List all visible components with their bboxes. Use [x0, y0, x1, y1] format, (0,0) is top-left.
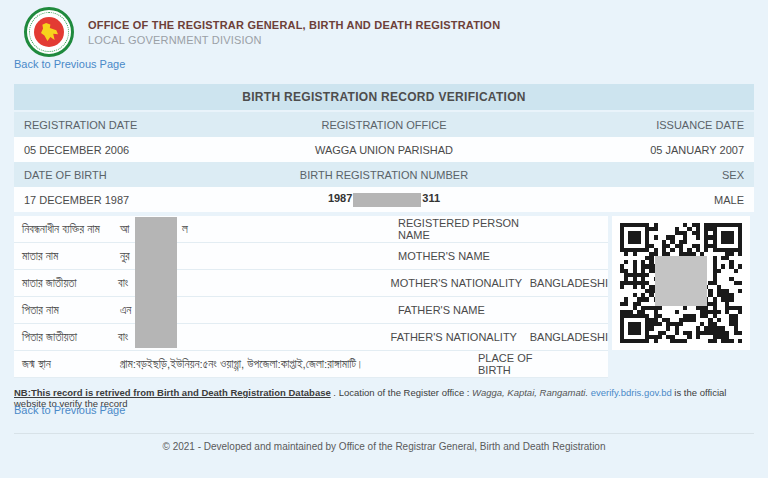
summary-header-row-1: REGISTRATION DATE REGISTRATION OFFICE IS… [14, 112, 754, 137]
back-to-previous-link-top[interactable]: Back to Previous Page [14, 58, 125, 70]
bn-value-prefix: এন [120, 304, 131, 316]
note-mid-text: . Location of the Register office : [331, 387, 472, 398]
en-label: MOTHER'S NAME [398, 250, 540, 262]
bn-value-prefix: বাং [118, 331, 128, 343]
detail-row-father-nationality: পিতার জাতীয়তা বাং FATHER'S NATIONALITY … [14, 324, 608, 351]
detail-row-registered-person: নিবন্ধনাধীন ব্যক্তির নাম আল REGISTERED P… [14, 216, 608, 243]
detail-row-place-of-birth: জন্ম স্থান গ্রাম:বড়ইছড়ি,ইউনিয়ন:৫নং ওয… [14, 351, 608, 378]
bn-label: পিতার নাম [22, 304, 120, 317]
bn-value-prefix: নুর [120, 250, 130, 262]
bn-value-suffix: ল [182, 223, 188, 236]
registration-date-header: REGISTRATION DATE [24, 119, 236, 131]
summary-value-row-1: 05 DECEMBER 2006 WAGGA UNION PARISHAD 05… [14, 137, 754, 162]
en-label: FATHER'S NAME [398, 304, 540, 316]
detail-row-father-name: পিতার নাম এন FATHER'S NAME [14, 297, 608, 324]
brn-redaction-box [353, 193, 421, 207]
org-title: OFFICE OF THE REGISTRAR GENERAL, BIRTH A… [88, 19, 500, 31]
qr-redaction-box [655, 256, 707, 306]
en-value: BANGLADESHI [530, 277, 608, 289]
bangladesh-map-icon [41, 23, 58, 41]
detail-row-mother-name: মাতার নাম নুর MOTHER'S NAME [14, 243, 608, 270]
everify-link[interactable]: everify.bdris.gov.bd [591, 387, 672, 398]
issuance-date-value: 05 JANUARY 2007 [532, 144, 744, 156]
bn-value-prefix: গ্রাম:বড়ইছড়ি,ইউনিয়ন:৫নং ওয়াগ্গা, উপজ… [120, 358, 364, 370]
summary-value-row-2: 17 DECEMBER 1987 1987311 MALE [14, 187, 754, 212]
bn-value-prefix: আ [120, 223, 129, 235]
bn-label: মাতার জাতীয়তা [22, 277, 118, 290]
en-value: BANGLADESHI [530, 331, 608, 343]
date-of-birth-header: DATE OF BIRTH [24, 169, 236, 181]
en-label: REGISTERED PERSON NAME [398, 217, 540, 241]
bn-value: গ্রাম:বড়ইছড়ি,ইউনিয়ন:৫নং ওয়াগ্গা, উপজ… [120, 358, 478, 371]
bn-value-prefix: বাং [118, 277, 128, 289]
bn-label: নিবন্ধনাধীন ব্যক্তির নাম [22, 223, 120, 236]
bn-label: জন্ম স্থান [22, 358, 120, 371]
en-label: PLACE OF BIRTH [478, 352, 540, 376]
verification-note: NB:This record is retrived from Birth an… [14, 387, 760, 409]
issuance-date-header: ISSUANCE DATE [532, 119, 744, 131]
bn-label: পিতার জাতীয়তা [22, 331, 118, 344]
sex-value: MALE [532, 194, 744, 206]
registration-date-value: 05 DECEMBER 2006 [24, 144, 236, 156]
page: OFFICE OF THE REGISTRAR GENERAL, BIRTH A… [0, 0, 768, 478]
brn-prefix: 1987 [328, 192, 352, 204]
detail-row-mother-nationality: মাতার জাতীয়তা বাং MOTHER'S NATIONALITY … [14, 270, 608, 297]
logo-red-circle [34, 17, 64, 47]
registration-office-header: REGISTRATION OFFICE [236, 119, 532, 131]
brn-suffix: 311 [422, 192, 440, 204]
summary-header-row-2: DATE OF BIRTH BIRTH REGISTRATION NUMBER … [14, 162, 754, 187]
back-to-previous-link-bottom[interactable]: Back to Previous Page [14, 404, 125, 416]
en-label: FATHER'S NATIONALITY [391, 331, 530, 343]
bn-label: মাতার নাম [22, 250, 120, 263]
note-nb-text: NB:This record is retrived from Birth an… [14, 387, 331, 398]
page-title: BIRTH REGISTRATION RECORD VERIFICATION [14, 84, 754, 110]
sex-header: SEX [532, 169, 744, 181]
note-office-location: Wagga, Kaptai, Rangamati. [472, 387, 588, 398]
footer-text: © 2021 - Developed and maintained by Off… [0, 441, 768, 452]
date-of-birth-value: 17 DECEMBER 1987 [24, 194, 236, 206]
birth-registration-number-value: 1987311 [236, 192, 532, 206]
footer-divider [14, 433, 754, 434]
birth-registration-number-header: BIRTH REGISTRATION NUMBER [236, 169, 532, 181]
registration-office-value: WAGGA UNION PARISHAD [236, 144, 532, 156]
name-redaction-box [135, 217, 177, 348]
org-subtitle: LOCAL GOVERNMENT DIVISION [88, 34, 262, 46]
govt-emblem-logo-icon [24, 7, 74, 57]
qr-card [612, 216, 750, 350]
en-label: MOTHER'S NATIONALITY [391, 277, 530, 289]
